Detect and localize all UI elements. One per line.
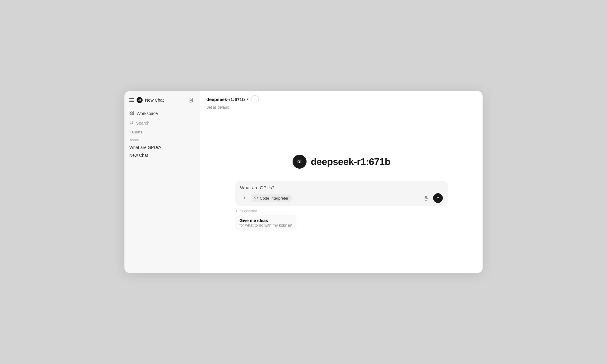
chats-chevron-icon: ▾ (129, 130, 131, 134)
search-button[interactable]: Search (124, 119, 200, 129)
sidebar-header-left: ol New Chat (129, 97, 164, 103)
main-content: deepseek-r1:671b ▾ + Set as default ol d… (200, 91, 483, 273)
svg-rect-1 (132, 111, 134, 113)
add-attachment-button[interactable]: + (240, 194, 249, 202)
send-button[interactable] (433, 193, 443, 203)
search-icon (129, 120, 134, 126)
today-label: Today (129, 136, 195, 143)
suggestion-subtitle: for what to do with my kids' art (239, 223, 292, 228)
edit-button[interactable] (187, 96, 195, 104)
workspace-icon (129, 110, 134, 116)
suggestion-card[interactable]: Give me ideas for what to do with my kid… (235, 215, 297, 231)
workspace-label: Workspace (137, 111, 158, 116)
svg-rect-2 (130, 113, 131, 115)
svg-rect-3 (132, 113, 134, 115)
code-interpreter-label: Code Interpreter (260, 196, 289, 201)
sidebar-title: New Chat (145, 98, 164, 103)
input-toolbar-left: + Code Interpreter (240, 194, 292, 202)
set-default-link[interactable]: Set as default (206, 105, 229, 110)
model-name-large: deepseek-r1:671b (311, 156, 390, 167)
svg-rect-0 (130, 111, 131, 113)
suggested-label: Suggested (240, 209, 257, 213)
chevron-down-icon: ▾ (247, 97, 249, 101)
input-field[interactable]: What are GPUs? (240, 185, 443, 190)
suggested-header: ✦ Suggested (235, 209, 448, 213)
svg-point-4 (130, 121, 133, 124)
input-container: What are GPUs? + Code Interpreter (235, 181, 448, 206)
input-toolbar: + Code Interpreter (240, 193, 443, 203)
chats-header[interactable]: ▾ Chats (129, 130, 195, 134)
svg-rect-6 (426, 196, 427, 198)
top-bar: deepseek-r1:671b ▾ + (200, 91, 483, 103)
model-display: ol deepseek-r1:671b (293, 155, 390, 169)
chats-label: Chats (132, 130, 142, 134)
workspace-item[interactable]: Workspace (124, 108, 200, 119)
sidebar: ol New Chat Workspace (124, 91, 200, 273)
input-toolbar-right (422, 193, 443, 203)
suggested-section: ✦ Suggested Give me ideas for what to do… (235, 209, 448, 231)
mic-button[interactable] (422, 194, 431, 203)
model-name: deepseek-r1:671b (206, 97, 245, 102)
hamburger-icon[interactable] (129, 98, 134, 102)
sparkle-icon: ✦ (235, 209, 238, 213)
model-selector[interactable]: deepseek-r1:671b ▾ (206, 97, 249, 102)
chat-area: ol deepseek-r1:671b What are GPUs? + (200, 112, 483, 273)
set-default-bar: Set as default (200, 103, 483, 112)
model-icon-large: ol (293, 155, 307, 169)
code-interpreter-button[interactable]: Code Interpreter (251, 194, 292, 202)
chats-section: ▾ Chats Today What are GPUs? New Chat (124, 129, 200, 160)
sidebar-header: ol New Chat (124, 91, 200, 108)
app-window: ol New Chat Workspace (124, 91, 483, 273)
svg-line-5 (132, 123, 133, 124)
chat-item-new[interactable]: New Chat (129, 151, 195, 159)
chat-item-gpus[interactable]: What are GPUs? (129, 143, 195, 151)
model-icon-small: ol (137, 97, 143, 103)
search-label: Search (136, 121, 149, 126)
code-icon (254, 196, 258, 201)
add-model-button[interactable]: + (251, 95, 259, 103)
suggestion-title: Give me ideas (239, 218, 292, 223)
